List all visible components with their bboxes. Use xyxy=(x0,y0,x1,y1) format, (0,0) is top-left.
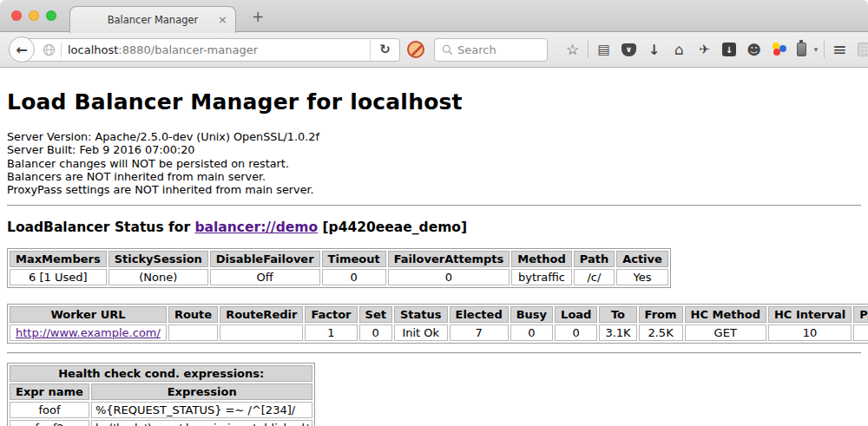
col-path: Path xyxy=(574,251,615,267)
home-icon[interactable]: ⌂ xyxy=(667,37,692,62)
url-separator xyxy=(61,43,62,57)
send-to-device-icon[interactable]: ✈ xyxy=(692,37,717,62)
extension-download-icon[interactable]: ↓ xyxy=(722,43,736,56)
balancers-notice-line: Balancers are NOT inherited from main se… xyxy=(7,170,861,183)
balancer-demo-link[interactable]: balancer://demo xyxy=(194,220,318,235)
col-load: Load xyxy=(555,306,597,323)
col-active: Active xyxy=(616,251,668,267)
table-row: foof %{REQUEST_STATUS} =~ /^[234]/ xyxy=(10,402,312,418)
cell-expr-name: foof2 xyxy=(10,420,89,426)
col-busy: Busy xyxy=(510,306,553,323)
url-text[interactable]: localhost:8880/balancer-manager xyxy=(68,43,370,56)
battery-icon[interactable] xyxy=(797,43,806,56)
divider xyxy=(7,205,861,206)
worker-url-link[interactable]: http://www.example.com/ xyxy=(16,326,161,339)
server-version-line: Server Version: Apache/2.5.0-dev (Unix) … xyxy=(7,130,861,143)
col-failoverattempts: FailoverAttempts xyxy=(388,251,510,267)
downloads-icon[interactable]: ↓ xyxy=(641,37,667,62)
tab-close-icon[interactable]: × xyxy=(218,13,227,26)
cell-disablefailover: Off xyxy=(210,269,320,285)
minimize-window-button[interactable] xyxy=(29,10,39,21)
blocked-content-icon[interactable] xyxy=(407,41,424,58)
bookmark-star-icon[interactable]: ☆ xyxy=(560,37,585,62)
reading-list-icon[interactable]: ▤ xyxy=(591,37,616,62)
cell-maxmembers: 6 [1 Used] xyxy=(10,269,107,285)
col-maxmembers: MaxMembers xyxy=(10,251,107,267)
col-to: To xyxy=(599,306,636,323)
page-content: Load Balancer Manager for localhost Serv… xyxy=(0,68,868,426)
col-elected: Elected xyxy=(450,306,509,323)
cell-route xyxy=(168,324,218,341)
cell-load: 0 xyxy=(555,324,597,341)
cell-elected: 7 xyxy=(450,324,509,341)
proxypass-notice-line: ProxyPass settings are NOT inherited fro… xyxy=(7,183,861,196)
new-tab-button[interactable]: + xyxy=(248,8,267,25)
cell-stickysession: (None) xyxy=(108,269,208,285)
server-info: Server Version: Apache/2.5.0-dev (Unix) … xyxy=(7,130,861,196)
tab-balancer-manager[interactable]: Balancer Manager × xyxy=(69,6,236,33)
toolbar-separator xyxy=(824,41,825,58)
extension-colored-dots-icon[interactable] xyxy=(772,43,787,56)
cell-hc-interval: 10 xyxy=(768,324,852,341)
url-domain: localhost xyxy=(68,43,118,56)
cell-expression: %{REQUEST_STATUS} =~ /^[234]/ xyxy=(91,402,313,418)
search-input[interactable] xyxy=(457,43,536,56)
server-built-line: Server Built: Feb 9 2016 07:00:20 xyxy=(7,143,861,156)
search-icon xyxy=(442,44,453,56)
navigation-toolbar: ← localhost:8880/balancer-manager ↻ ☆ ▤ … xyxy=(0,32,868,68)
cell-busy: 0 xyxy=(510,324,553,341)
cell-worker-url: http://www.example.com/ xyxy=(10,324,167,341)
col-factor: Factor xyxy=(305,306,357,323)
reload-icon: ↻ xyxy=(379,42,391,57)
tab-title: Balancer Manager xyxy=(108,14,199,26)
back-button[interactable]: ← xyxy=(9,36,35,62)
divider xyxy=(7,352,861,354)
col-expression: Expression xyxy=(91,383,313,400)
col-routeredir: RouteRedir xyxy=(220,306,303,323)
col-passes: Passes xyxy=(853,306,868,323)
close-window-button[interactable] xyxy=(11,10,22,21)
toolbar-icons: ☆ ▤ ∨ ↓ ⌂ ✈ ↓ ☻ ▾ ≡ xyxy=(560,37,868,62)
cell-expression: hc('body') =~ /domain is established/ xyxy=(91,420,313,426)
table-header-row: Worker URL Route RouteRedir Factor Set S… xyxy=(10,306,868,323)
status-heading: LoadBalancer Status for balancer://demo … xyxy=(7,220,861,235)
col-disablefailover: DisableFailover xyxy=(210,251,320,267)
col-expr-name: Expr name xyxy=(10,383,89,400)
toolbar-separator xyxy=(588,41,589,58)
table-row: http://www.example.com/ 1 0 Init Ok 7 0 … xyxy=(10,324,868,341)
col-status: Status xyxy=(394,306,448,323)
col-stickysession: StickySession xyxy=(108,251,208,267)
url-bar[interactable]: localhost:8880/balancer-manager ↻ xyxy=(21,38,400,62)
search-bar[interactable] xyxy=(434,38,548,62)
cell-expr-name: foof xyxy=(10,402,89,418)
table-header-row: Expr name Expression xyxy=(10,383,312,400)
chevron-down-icon[interactable]: ▾ xyxy=(811,45,821,54)
col-hc-interval: HC Interval xyxy=(768,306,852,323)
cell-timeout: 0 xyxy=(322,269,386,285)
cell-set: 0 xyxy=(359,324,392,341)
pocket-icon[interactable]: ∨ xyxy=(621,43,636,56)
status-heading-suffix: [p4420eeae_demo] xyxy=(318,220,467,235)
cell-routeredir xyxy=(220,324,303,341)
col-worker-url: Worker URL xyxy=(10,306,167,323)
tab-bar: Balancer Manager × + xyxy=(0,0,868,32)
col-hc-method: HC Method xyxy=(685,306,766,323)
zoom-window-button[interactable] xyxy=(46,10,56,21)
chat-smiley-icon[interactable]: ☻ xyxy=(741,37,766,62)
reload-button[interactable]: ↻ xyxy=(370,39,399,61)
col-from: From xyxy=(639,306,683,323)
table-row: 6 [1 Used] (None) Off 0 0 bytraffic /c/ … xyxy=(10,269,668,285)
persist-notice-line: Balancer changes will NOT be persisted o… xyxy=(7,157,861,170)
cell-path: /c/ xyxy=(574,269,615,285)
cell-to: 3.1K xyxy=(599,324,636,341)
page-title: Load Balancer Manager for localhost xyxy=(7,89,861,115)
table-title-row: Health check cond. expressions: xyxy=(10,365,312,382)
health-table-title: Health check cond. expressions: xyxy=(10,365,312,382)
hamburger-menu-icon[interactable]: ≡ xyxy=(827,37,852,62)
col-set: Set xyxy=(359,306,392,323)
balancer-params-table: MaxMembers StickySession DisableFailover… xyxy=(7,248,671,288)
col-method: Method xyxy=(511,251,571,267)
cell-factor: 1 xyxy=(305,324,357,341)
status-heading-prefix: LoadBalancer Status for xyxy=(7,220,194,235)
extension-grid-icon[interactable] xyxy=(858,43,868,56)
